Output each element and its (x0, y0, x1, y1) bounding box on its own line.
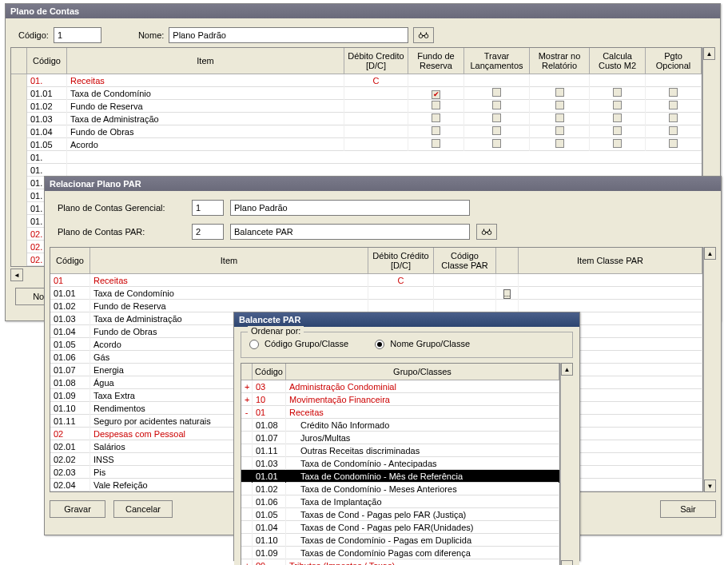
checkbox-fundo-reserva[interactable] (432, 126, 440, 135)
radio-nome[interactable] (375, 340, 384, 349)
radio-codigo[interactable] (249, 340, 259, 349)
titlebar-balancete[interactable]: Balancete PAR (234, 312, 579, 327)
table-row[interactable]: 01.10Taxas de Condomínio - Pagas em Dupl… (241, 534, 559, 547)
col-item-classe[interactable]: Item Classe PAR (519, 248, 702, 273)
table-row[interactable]: 01.04Taxas de Cond - Pagas pelo FAR(Unid… (241, 521, 559, 534)
vertical-scrollbar[interactable]: ▲ ▼ (560, 363, 573, 565)
titlebar-plano-de-contas[interactable]: Plano de Contas (6, 4, 720, 18)
checkbox-calcula[interactable] (613, 139, 622, 148)
col-codigo[interactable]: Código (253, 364, 286, 380)
table-row[interactable]: 01.05Taxas de Cond - Pagas pelo FAR (Jus… (241, 508, 559, 521)
checkbox-travar[interactable] (492, 101, 501, 109)
checkbox-travar[interactable] (492, 88, 501, 97)
expand-toggle[interactable]: + (241, 393, 253, 406)
checkbox-calcula[interactable] (613, 126, 622, 135)
expand-toggle[interactable]: + (241, 380, 253, 393)
cell-codigo: 10 (253, 393, 286, 406)
table-row[interactable]: 01ReceitasC (50, 274, 702, 287)
col-cal[interactable]: Calcula Custo M2 (590, 48, 646, 74)
table-row[interactable]: 01.02Fundo de Reserva (50, 300, 702, 312)
table-row[interactable]: 01.07Juros/Multas (241, 432, 559, 444)
scroll-down-button[interactable]: ▼ (561, 560, 573, 565)
col-mst[interactable]: Mostrar no Relatório (530, 48, 590, 74)
checkbox-pgto[interactable] (669, 101, 678, 109)
table-row[interactable]: 01.09Taxas de Condomínio Pagas com difer… (241, 547, 559, 559)
checkbox-mostrar[interactable] (555, 126, 564, 135)
table-row[interactable]: +10Movimentação Financeira (241, 393, 559, 406)
expand-toggle[interactable]: - (241, 406, 253, 419)
codigo-input[interactable] (54, 27, 101, 43)
scroll-up-button[interactable]: ▲ (561, 363, 573, 376)
scroll-up-button[interactable]: ▲ (703, 47, 715, 60)
sair-button[interactable]: Sair (660, 500, 716, 518)
checkbox-mostrar[interactable] (555, 88, 564, 97)
checkbox-travar[interactable] (492, 139, 501, 148)
pcg-code-input[interactable] (192, 200, 224, 216)
col-pgt[interactable]: Pgto Opcional (646, 48, 702, 74)
table-row[interactable]: 01.06Taxa de Implantação (241, 495, 559, 508)
table-row[interactable]: 01.08Crédito Não Informado (241, 419, 559, 432)
table-row[interactable]: +03Administração Condominial (241, 380, 559, 393)
table-row[interactable]: -01Receitas (241, 406, 559, 419)
checkbox-pgto[interactable] (669, 88, 678, 97)
table-row[interactable]: 01. (11, 151, 702, 164)
checkbox-fundo-reserva[interactable] (432, 90, 440, 99)
cancelar-button[interactable]: Cancelar (113, 500, 173, 518)
col-codigo[interactable]: Código (50, 248, 90, 273)
checkbox-mostrar[interactable] (555, 101, 564, 109)
col-dc[interactable]: Débito Credito [D/C] (344, 48, 408, 74)
lookup-button[interactable]: ... (503, 289, 511, 299)
search-button-par[interactable] (476, 224, 497, 240)
table-row[interactable]: 01.01Taxa de Condomínio - Mês de Referên… (241, 470, 559, 483)
checkbox-calcula[interactable] (613, 113, 622, 122)
table-row[interactable]: 01.04Fundo de Obras (11, 125, 702, 138)
search-button[interactable] (413, 27, 434, 43)
scroll-left-button[interactable]: ◄ (10, 269, 23, 281)
checkbox-travar[interactable] (492, 113, 501, 122)
col-codigo-classe[interactable]: Código Classe PAR (434, 248, 496, 273)
table-row[interactable]: 01.01Taxa de Condomínio... (50, 287, 702, 300)
col-fr[interactable]: Fundo de Reserva (408, 48, 464, 74)
nome-input[interactable] (169, 27, 408, 43)
radio-codigo-label[interactable]: Código Grupo/Classe (249, 339, 351, 348)
titlebar-relacionar[interactable]: Relacionar Plano PAR (45, 177, 721, 191)
pcp-name-input[interactable] (230, 224, 470, 240)
checkbox-mostrar[interactable] (555, 139, 564, 148)
table-row[interactable]: +09Tributos (Impostos / Taxas) (241, 559, 559, 565)
scroll-down-button[interactable]: ▼ (704, 479, 716, 492)
checkbox-pgto[interactable] (669, 113, 678, 122)
pcg-label: Plano de Contas Gerencial: (58, 203, 185, 213)
checkbox-calcula[interactable] (613, 101, 622, 109)
col-item[interactable]: Item (90, 248, 368, 273)
checkbox-fundo-reserva[interactable] (432, 139, 440, 148)
checkbox-pgto[interactable] (669, 126, 678, 135)
radio-nome-label[interactable]: Nome Grupo/Classe (375, 339, 470, 348)
col-dc[interactable]: Débito Crédito [D/C] (368, 248, 434, 273)
col-trv[interactable]: Travar Lançamentos (464, 48, 530, 74)
table-row[interactable]: 01.03Taxa de Administração (11, 113, 702, 125)
pcg-name-input[interactable] (230, 200, 470, 216)
cell-item: Taxa de Condomínio (67, 87, 344, 100)
table-row[interactable]: 01. (11, 164, 702, 177)
col-item[interactable]: Item (67, 48, 344, 74)
pcp-code-input[interactable] (192, 224, 224, 240)
expand-toggle[interactable]: + (241, 559, 253, 565)
checkbox-pgto[interactable] (669, 139, 678, 148)
table-row[interactable]: 01.03Taxa de Condomínio - Antecipadas (241, 457, 559, 470)
gravar-button[interactable]: Gravar (50, 500, 105, 518)
table-row[interactable]: 01.02Taxa de Condomínio - Meses Anterior… (241, 483, 559, 495)
table-row[interactable]: 01.02Fundo de Reserva (11, 100, 702, 113)
scroll-up-button[interactable]: ▲ (704, 247, 716, 260)
checkbox-calcula[interactable] (613, 88, 622, 97)
col-grupo[interactable]: Grupo/Classes (286, 364, 559, 380)
table-row[interactable]: 01.05Acordo (11, 138, 702, 151)
table-row[interactable]: 01.ReceitasC (11, 74, 702, 87)
col-codigo[interactable]: Código (27, 48, 67, 74)
vertical-scrollbar[interactable]: ▲ ▼ (703, 247, 716, 492)
checkbox-fundo-reserva[interactable] (432, 113, 440, 122)
checkbox-mostrar[interactable] (555, 113, 564, 122)
table-row[interactable]: 01.11Outras Receitas discriminadas (241, 444, 559, 457)
checkbox-travar[interactable] (492, 126, 501, 135)
checkbox-fundo-reserva[interactable] (432, 101, 440, 109)
table-row[interactable]: 01.01Taxa de Condomínio (11, 87, 702, 100)
